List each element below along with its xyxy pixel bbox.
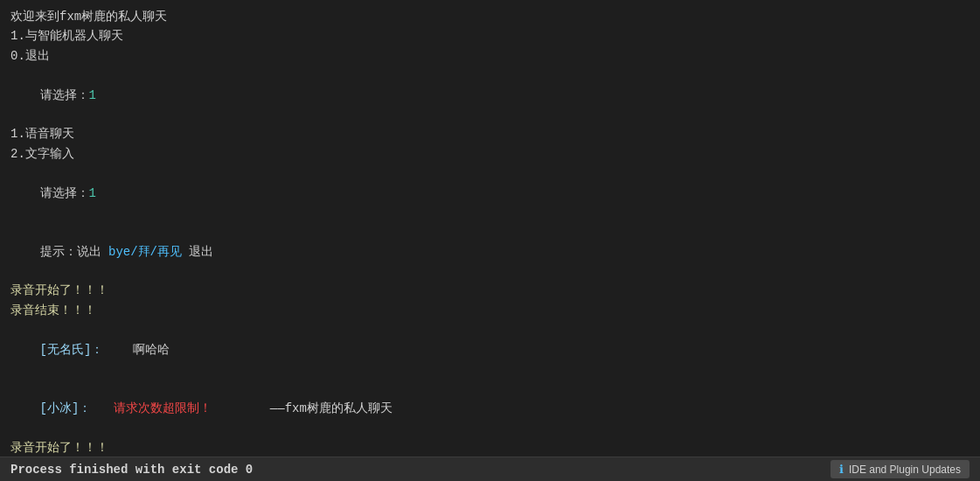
info-icon: ℹ: [839, 463, 844, 476]
process-finished-text: Process finished with exit code 0: [10, 463, 253, 477]
welcome-line: 欢迎来到fxm树鹿的私人聊天: [10, 7, 970, 26]
ide-update-notification[interactable]: ℹ IDE and Plugin Updates: [831, 460, 970, 478]
chat-line-1: [无名氏]： 啊哈哈: [10, 320, 970, 379]
prompt-line-1: 请选择：1: [10, 66, 970, 124]
bot-response-1: [小冰]： 请求次数超限制！ ——fxm树鹿的私人聊天: [10, 379, 970, 437]
prompt-line-2: 请选择：1: [10, 164, 970, 222]
sub-menu-item-1: 1.语音聊天: [10, 124, 970, 143]
ide-update-label: IDE and Plugin Updates: [849, 464, 961, 476]
hint-line: 提示：说出 bye/拜/再见 退出: [10, 222, 970, 281]
menu-item-1: 1.与智能机器人聊天: [10, 26, 970, 45]
recording-start-2: 录音开始了！！！: [10, 438, 970, 457]
sub-menu-item-2: 2.文字输入: [10, 144, 970, 164]
status-bar: Process finished with exit code 0 ℹ IDE …: [0, 457, 980, 481]
recording-start-1: 录音开始了！！！: [10, 281, 970, 300]
recording-end-1: 录音结束！！！: [10, 301, 970, 320]
menu-item-0: 0.退出: [10, 46, 970, 66]
console-output: 欢迎来到fxm树鹿的私人聊天 1.与智能机器人聊天 0.退出 请选择：1 1.语…: [0, 0, 980, 457]
